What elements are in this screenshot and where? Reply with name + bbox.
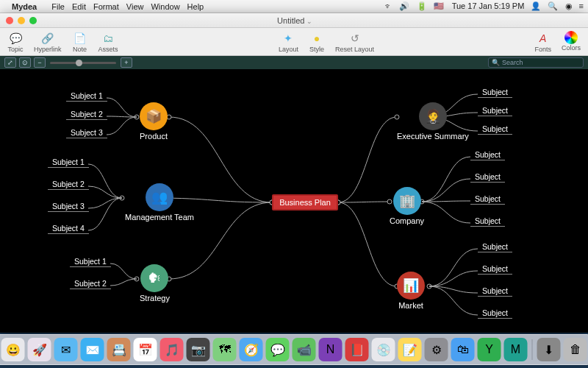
document-title[interactable]: Untitled bbox=[37, 16, 553, 25]
wifi-icon[interactable]: ᯤ bbox=[384, 1, 392, 10]
titlebar: Untitled bbox=[0, 13, 588, 28]
dock-app-14[interactable]: 💿 bbox=[372, 338, 395, 361]
user-icon[interactable]: 👤 bbox=[531, 1, 541, 10]
subject-strategy-0[interactable]: Subject 1 bbox=[70, 257, 111, 267]
zoom-slider[interactable] bbox=[50, 62, 116, 64]
dock-app-9[interactable]: 🧭 bbox=[240, 338, 263, 361]
mgmt-icon: 👥 bbox=[146, 183, 173, 211]
dock-app-6[interactable]: 🎵 bbox=[160, 338, 184, 361]
dock-trash[interactable]: 🗑 bbox=[564, 338, 587, 361]
zoom-icon[interactable] bbox=[29, 17, 37, 24]
subject-strategy-1[interactable]: Subject 2 bbox=[70, 279, 111, 289]
zoom-btn-2[interactable]: − bbox=[34, 57, 46, 68]
spotlight-icon[interactable]: 🔍 bbox=[548, 1, 558, 10]
market-label: Market bbox=[397, 301, 425, 310]
search-icon: 🔍 bbox=[492, 59, 500, 66]
central-topic[interactable]: Business Plan bbox=[272, 194, 338, 210]
close-icon[interactable] bbox=[6, 17, 13, 24]
subject-company-2[interactable]: Subject bbox=[470, 194, 505, 205]
dock-app-19[interactable]: M bbox=[504, 338, 528, 361]
clock[interactable]: Tue 17 Jan 5:19 PM bbox=[452, 1, 525, 10]
subject-mgmt-1[interactable]: Subject 2 bbox=[48, 180, 89, 190]
dock-app-13[interactable]: 📕 bbox=[345, 338, 369, 361]
dock-separator bbox=[532, 339, 533, 360]
subject-product-1[interactable]: Subject 2 bbox=[66, 110, 107, 120]
app-name[interactable]: Mydea bbox=[12, 2, 37, 11]
dock-app-12[interactable]: N bbox=[319, 338, 343, 361]
dock-app-2[interactable]: ✉︎ bbox=[54, 338, 78, 361]
product-icon: 📦 bbox=[140, 102, 168, 130]
notification-center-icon[interactable]: ≡ bbox=[579, 1, 584, 10]
dock-app-18[interactable]: Y bbox=[478, 338, 501, 361]
subject-company-0[interactable]: Subject bbox=[470, 150, 505, 160]
app-window: Untitled 💬Topic🔗Hyperlink📄Note🗂Assets ✦L… bbox=[0, 13, 588, 333]
assets-button[interactable]: 🗂Assets bbox=[98, 31, 118, 53]
style-button[interactable]: ●Style bbox=[309, 31, 325, 53]
search-input[interactable]: 🔍Search bbox=[488, 57, 584, 68]
zoom-btn-1[interactable]: ⊙ bbox=[19, 57, 31, 68]
dock-app-7[interactable]: 📷 bbox=[187, 338, 210, 361]
siri-icon[interactable]: ◉ bbox=[565, 1, 573, 10]
subject-exec-2[interactable]: Subject bbox=[478, 124, 512, 135]
subject-mgmt-2[interactable]: Subject 3 bbox=[48, 202, 89, 212]
subject-exec-0[interactable]: Subject bbox=[478, 88, 512, 98]
svg-point-2 bbox=[135, 115, 139, 119]
menu-file[interactable]: File bbox=[51, 2, 65, 11]
subject-company-1[interactable]: Subject bbox=[470, 172, 505, 183]
menu-window[interactable]: Window bbox=[151, 2, 179, 11]
svg-point-8 bbox=[135, 277, 139, 281]
dock-app-1[interactable]: 🚀 bbox=[28, 338, 51, 361]
dock-app-16[interactable]: ⚙︎ bbox=[425, 338, 448, 361]
strategy-icon: 🗣 bbox=[140, 264, 168, 292]
subject-market-1[interactable]: Subject bbox=[478, 264, 512, 275]
node-company[interactable]: 🏢Company bbox=[390, 187, 424, 225]
colors-button[interactable]: Colors bbox=[562, 31, 581, 53]
node-strategy[interactable]: 🗣Strategy bbox=[140, 264, 170, 302]
hyperlink-button[interactable]: 🔗Hyperlink bbox=[34, 31, 62, 53]
battery-icon[interactable]: 🔋 bbox=[417, 1, 427, 10]
subject-mgmt-0[interactable]: Subject 1 bbox=[48, 158, 89, 168]
menu-edit[interactable]: Edit bbox=[72, 2, 86, 11]
reset-button[interactable]: ↺Reset Layout bbox=[335, 31, 374, 53]
dock-app-15[interactable]: 📝 bbox=[398, 338, 422, 361]
fonts-label: Fonts bbox=[534, 46, 551, 53]
dock-downloads[interactable]: ⬇︎ bbox=[537, 338, 561, 361]
subject-product-0[interactable]: Subject 1 bbox=[66, 91, 107, 102]
dock-app-4[interactable]: 📇 bbox=[107, 338, 131, 361]
subject-exec-1[interactable]: Subject bbox=[478, 106, 512, 116]
minimize-icon[interactable] bbox=[18, 17, 25, 24]
node-exec[interactable]: 🤵Executive Summary bbox=[397, 102, 469, 141]
zoom-in-button[interactable]: + bbox=[121, 57, 132, 68]
hyperlink-label: Hyperlink bbox=[34, 46, 62, 53]
layout-label: Layout bbox=[279, 46, 298, 53]
dock-app-11[interactable]: 📹 bbox=[293, 338, 316, 361]
node-product[interactable]: 📦Product bbox=[140, 102, 168, 141]
topic-button[interactable]: 💬Topic bbox=[7, 31, 24, 53]
menu-help[interactable]: Help bbox=[187, 2, 204, 11]
node-mgmt[interactable]: 👥Management Team bbox=[125, 183, 194, 222]
note-label: Note bbox=[73, 46, 87, 53]
note-button[interactable]: 📄Note bbox=[72, 31, 88, 53]
subject-market-2[interactable]: Subject bbox=[478, 286, 512, 297]
dock-app-5[interactable]: 📅 bbox=[134, 338, 157, 361]
volume-icon[interactable]: 🔊 bbox=[399, 1, 409, 10]
subject-company-3[interactable]: Subject bbox=[470, 216, 505, 227]
dock-app-8[interactable]: 🗺 bbox=[213, 338, 237, 361]
subject-market-3[interactable]: Subject bbox=[478, 308, 512, 319]
input-source-icon[interactable]: 🇺🇸 bbox=[434, 1, 444, 10]
menu-format[interactable]: Format bbox=[93, 2, 119, 11]
zoom-btn-0[interactable]: ⤢ bbox=[4, 57, 16, 68]
fonts-button[interactable]: AFonts bbox=[534, 31, 551, 53]
company-label: Company bbox=[390, 216, 424, 225]
subject-market-0[interactable]: Subject bbox=[478, 242, 512, 252]
mindmap-canvas[interactable]: Business Plan 📦ProductSubject 1Subject 2… bbox=[0, 69, 588, 333]
menu-view[interactable]: View bbox=[126, 2, 144, 11]
subject-product-2[interactable]: Subject 3 bbox=[66, 128, 107, 138]
dock-app-3[interactable]: ✉️ bbox=[81, 338, 104, 361]
subject-mgmt-3[interactable]: Subject 4 bbox=[48, 224, 89, 234]
dock-app-10[interactable]: 💬 bbox=[266, 338, 290, 361]
dock-app-17[interactable]: 🛍 bbox=[451, 338, 475, 361]
dock-app-0[interactable]: 😀 bbox=[1, 338, 25, 361]
layout-button[interactable]: ✦Layout bbox=[279, 31, 298, 53]
node-market[interactable]: 📊Market bbox=[397, 272, 425, 310]
